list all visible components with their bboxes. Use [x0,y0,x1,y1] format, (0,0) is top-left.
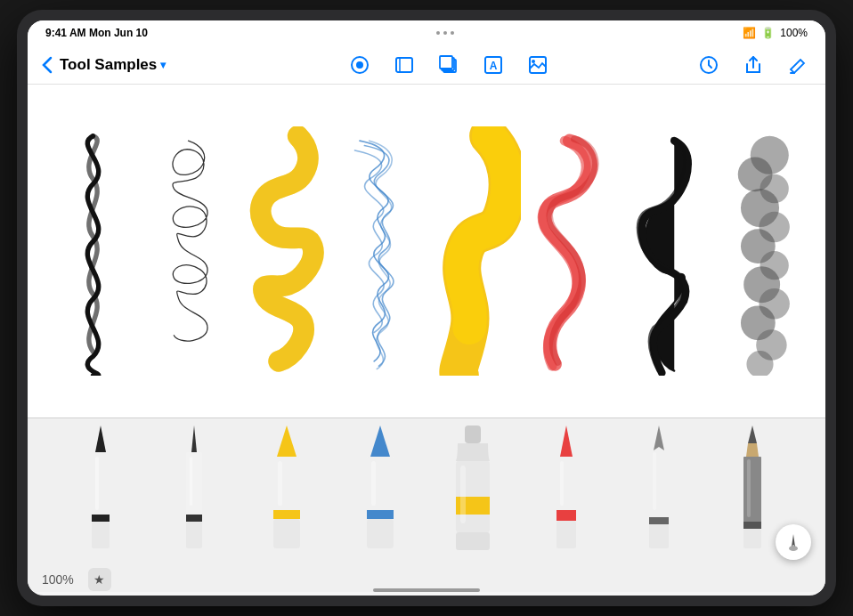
svg-rect-34 [190,457,192,506]
svg-rect-32 [186,515,202,522]
dot-3 [451,31,454,35]
marker-blue-svg [354,426,406,557]
svg-rect-54 [649,474,669,523]
tool-pen[interactable] [65,426,136,557]
toolbar: Tool Samples ▾ [28,45,825,85]
toolbar-center: A [202,52,695,78]
svg-rect-41 [367,519,394,548]
svg-rect-43 [465,426,481,443]
stroke-sample-calligraphy [618,126,711,376]
svg-marker-59 [746,443,759,457]
svg-rect-47 [460,466,466,523]
stroke-sample-pencil-blue [332,126,426,376]
tools-bottom-left: 100% ★ [42,568,111,591]
svg-point-1 [356,61,363,69]
calligraphy-svg [636,426,682,557]
crayon-svg [543,426,589,557]
svg-rect-63 [747,459,751,517]
airbrush-svg [447,426,499,557]
pen-selector-icon [784,532,803,552]
zoom-label: 100% [42,572,74,587]
svg-rect-31 [186,452,202,523]
stroke-sample-fineliner [142,126,235,376]
stroke-sample-crayon-red [523,126,616,376]
star-button[interactable]: ★ [88,568,111,591]
canvas-area [28,85,825,417]
svg-rect-29 [95,457,99,510]
svg-rect-55 [649,517,669,524]
ipad-frame: 9:41 AM Mon Jun 10 📶 🔋 100% [17,10,836,606]
svg-rect-57 [653,452,656,510]
ipad-screen: 9:41 AM Mon Jun 10 📶 🔋 100% [28,20,825,596]
tool-crayon[interactable] [531,426,602,557]
tool-airbrush[interactable] [437,426,508,557]
svg-rect-2 [396,58,412,72]
svg-rect-28 [92,522,110,548]
svg-marker-25 [95,426,106,452]
svg-point-64 [789,546,798,551]
svg-rect-52 [560,461,564,506]
dot-2 [443,31,447,35]
history-icon[interactable] [695,52,722,78]
svg-rect-61 [743,522,761,529]
pencil-dark-svg [729,426,776,557]
status-center-dots [436,31,454,35]
tools-panel: 100% ★ [28,418,825,592]
tool-marker-blue[interactable] [345,426,416,557]
svg-rect-56 [649,524,669,548]
tools-row [28,418,825,566]
svg-rect-50 [556,510,576,521]
svg-rect-37 [273,519,300,548]
svg-rect-40 [367,510,394,519]
svg-marker-48 [560,426,573,457]
status-time: 9:41 AM Mon Jun 10 [45,27,148,39]
edit-icon[interactable] [784,52,811,78]
svg-rect-42 [371,461,376,506]
share-icon[interactable] [740,52,767,78]
svg-rect-33 [186,522,202,548]
svg-point-10 [532,60,535,63]
battery-label: 100% [780,27,808,39]
svg-marker-58 [748,426,757,443]
svg-rect-38 [278,461,282,506]
stroke-sample-fill-yellow [427,126,521,376]
stroke-sample-airbrush [713,126,807,376]
wifi-icon: 📶 [743,27,756,39]
svg-rect-46 [456,532,490,550]
stroke-sample-marker-yellow [237,126,330,376]
pen-tool-icon[interactable] [346,52,373,78]
home-indicator [28,592,825,596]
dot-1 [436,31,440,35]
svg-rect-51 [556,521,576,548]
svg-marker-30 [191,426,197,452]
back-button[interactable] [42,56,53,74]
battery-icon: 🔋 [761,27,775,39]
svg-rect-6 [440,56,452,69]
marker-yellow-svg [261,426,313,557]
tool-marker-yellow[interactable] [251,426,322,557]
text-icon[interactable]: A [480,52,507,78]
fineliner-svg [171,426,217,557]
svg-rect-60 [743,457,761,528]
stroke-sample-pen [46,126,140,376]
canvas-icon[interactable] [391,52,418,78]
svg-text:A: A [490,60,498,72]
tool-calligraphy[interactable] [623,426,695,557]
document-title[interactable]: Tool Samples ▾ [60,56,166,74]
svg-rect-62 [743,529,761,548]
image-icon[interactable] [524,52,551,78]
tool-fineliner[interactable] [158,426,230,557]
chevron-down-icon: ▾ [160,59,166,71]
status-bar: 9:41 AM Mon Jun 10 📶 🔋 100% [28,20,825,45]
toolbar-left: Tool Samples ▾ [42,56,202,74]
pen-selector-button[interactable] [776,524,811,560]
status-right: 📶 🔋 100% [743,27,808,39]
drawing-canvas [28,85,825,417]
toolbar-right [695,52,811,78]
svg-rect-36 [273,510,300,519]
home-bar [373,588,480,592]
pen-svg [77,426,124,557]
layers-icon[interactable] [435,52,462,78]
svg-rect-27 [92,515,110,522]
